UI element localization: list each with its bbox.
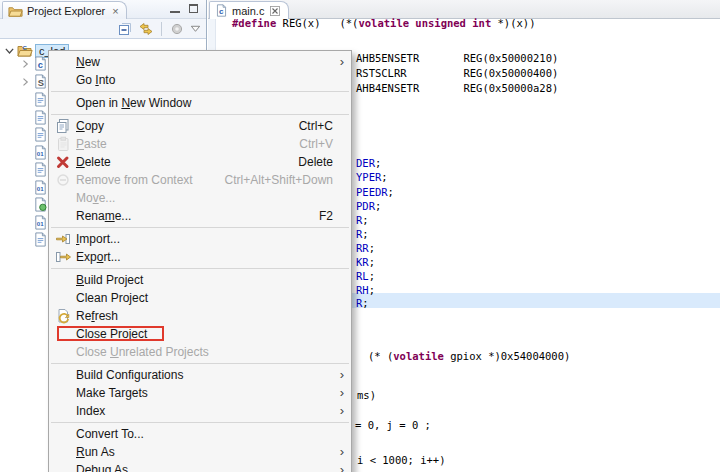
file-icon — [33, 232, 48, 247]
menu-separator — [51, 268, 349, 269]
submenu-arrow-icon: › — [340, 366, 344, 384]
chevron-down-icon[interactable] — [3, 44, 16, 57]
c-file-icon: c — [33, 56, 48, 71]
menu-separator — [51, 91, 349, 92]
minimize-icon[interactable] — [170, 4, 180, 13]
menu-separator — [51, 114, 349, 115]
file-bin-icon: 01 — [33, 145, 48, 160]
copy-icon — [55, 118, 71, 134]
c-project-folder-icon: C — [17, 43, 33, 58]
menu-item-label: Close Unrelated Projects — [76, 343, 209, 361]
submenu-arrow-icon: › — [340, 443, 344, 461]
code-line: R; — [356, 297, 369, 309]
close-icon[interactable] — [270, 6, 280, 16]
menu-item-paste: PasteCtrl+V — [49, 135, 351, 153]
menu-item-rename[interactable]: Rename...F2 — [49, 207, 351, 225]
menu-item-run-as[interactable]: Run As› — [49, 443, 351, 461]
menu-item-build-configurations[interactable]: Build Configurations› — [49, 366, 351, 384]
toolbar-separator — [161, 22, 162, 36]
close-icon[interactable]: × — [112, 5, 118, 17]
svg-text:01: 01 — [37, 150, 44, 157]
svg-text:c: c — [38, 60, 43, 70]
explorer-tab-row: Project Explorer × — [0, 0, 206, 19]
menu-item-new[interactable]: New› — [49, 53, 351, 71]
menu-item-label: Move... — [76, 189, 115, 207]
menu-item-label: Convert To... — [76, 425, 144, 443]
menu-separator — [51, 227, 349, 228]
menu-item-copy[interactable]: CopyCtrl+C — [49, 117, 351, 135]
delete-icon — [55, 154, 71, 170]
menu-item-label: Delete — [76, 153, 111, 171]
code-line: RH; — [356, 284, 375, 296]
menu-item-label: Open in New Window — [76, 94, 191, 112]
explorer-tab-title: Project Explorer — [27, 5, 105, 17]
code-line: ms) — [357, 389, 376, 401]
menu-item-label: Remove from Context — [76, 171, 193, 189]
view-menu-icon[interactable] — [190, 24, 201, 34]
menu-item-open-in-new-window[interactable]: Open in New Window — [49, 94, 351, 112]
menu-item-label: Run As — [76, 443, 115, 461]
code-line: YPER; — [356, 171, 388, 183]
code-line: PDR; — [356, 200, 381, 212]
menu-item-shortcut: F2 — [293, 207, 333, 225]
menu-item-label: Go Into — [76, 71, 115, 89]
project-explorer-icon — [8, 4, 23, 18]
menu-separator — [51, 363, 349, 364]
gear-icon[interactable] — [169, 21, 185, 37]
file-icon — [33, 162, 48, 177]
menu-item-debug-as[interactable]: Debug As› — [49, 461, 351, 472]
maximize-icon[interactable] — [189, 4, 198, 13]
import-icon — [55, 231, 71, 247]
code-line: AHB5ENSETR REG(0x50000210) — [356, 52, 558, 64]
menu-item-make-targets[interactable]: Make Targets› — [49, 384, 351, 402]
menu-item-import[interactable]: Import... — [49, 230, 351, 248]
c-file-icon: c — [215, 4, 228, 18]
code-line: (* (volatile gpiox *)0x54004000) — [368, 350, 570, 362]
menu-item-label: Rename... — [76, 207, 131, 225]
svg-text:01: 01 — [37, 185, 44, 192]
s-file-icon: S — [33, 74, 48, 89]
menu-item-label: Copy — [76, 117, 104, 135]
code-line: RSTSCLRR REG(0x50000400) — [356, 67, 558, 79]
code-line: DER; — [356, 157, 381, 169]
code-line: RR; — [356, 242, 375, 254]
menu-item-convert-to[interactable]: Convert To... — [49, 425, 351, 443]
menu-item-label: Clean Project — [76, 289, 148, 307]
menu-item-label: Index — [76, 402, 105, 420]
svg-text:C: C — [23, 45, 28, 51]
menu-item-label: Export... — [76, 248, 121, 266]
menu-item-label: Refresh — [76, 307, 118, 325]
menu-item-label: Build Configurations — [76, 366, 183, 384]
menu-item-label: Paste — [76, 135, 107, 153]
menu-item-refresh[interactable]: Refresh — [49, 307, 351, 325]
code-line: AHB4ENSETR REG(0x50000a28) — [356, 82, 558, 94]
refresh-icon — [55, 308, 71, 324]
tab-project-explorer[interactable]: Project Explorer × — [2, 1, 127, 19]
code-line: #define REG(x) (*(volatile unsigned int … — [232, 17, 535, 29]
menu-item-label: Build Project — [76, 271, 143, 289]
menu-item-build-project[interactable]: Build Project — [49, 271, 351, 289]
menu-item-clean-project[interactable]: Clean Project — [49, 289, 351, 307]
code-line: i < 1000; i++) — [357, 454, 446, 466]
menu-item-go-into[interactable]: Go Into — [49, 71, 351, 89]
menu-item-shortcut: Ctrl+Alt+Shift+Down — [199, 171, 333, 189]
menu-item-export[interactable]: Export... — [49, 248, 351, 266]
menu-separator — [51, 422, 349, 423]
svg-text:01: 01 — [37, 220, 44, 227]
code-line: R; — [356, 228, 369, 240]
menu-item-close-project[interactable]: Close Project — [49, 325, 351, 343]
code-line: KR; — [356, 256, 375, 268]
submenu-arrow-icon: › — [340, 384, 344, 402]
collapse-all-icon[interactable] — [117, 21, 133, 37]
context-menu: New›Go IntoOpen in New WindowCopyCtrl+CP… — [48, 50, 352, 472]
chevron-right-icon[interactable] — [19, 76, 31, 88]
menu-item-index[interactable]: Index› — [49, 402, 351, 420]
menu-item-remove-from-context: Remove from ContextCtrl+Alt+Shift+Down — [49, 171, 351, 189]
remove-context-icon — [55, 172, 71, 188]
svg-text:S: S — [38, 78, 44, 88]
chevron-right-icon[interactable] — [19, 58, 31, 70]
menu-item-move: Move... — [49, 189, 351, 207]
menu-item-delete[interactable]: DeleteDelete — [49, 153, 351, 171]
export-icon — [55, 249, 71, 265]
link-with-editor-icon[interactable] — [138, 21, 154, 37]
